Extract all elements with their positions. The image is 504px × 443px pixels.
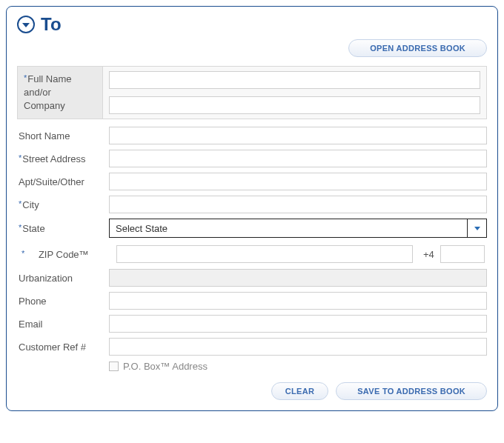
name-company-label: *Full Name and/or Company [18, 67, 103, 119]
required-indicator: * [24, 73, 27, 82]
zip-input[interactable] [116, 245, 413, 263]
email-row: Email [17, 315, 487, 333]
zip-label: ZIP Code™ [28, 249, 89, 260]
apt-label: Apt/Suite/Other [17, 176, 109, 187]
full-name-input[interactable] [109, 71, 480, 89]
po-box-row: P.O. Box™ Address [109, 361, 487, 372]
panel-header: To [17, 14, 487, 35]
zip-row: * ZIP Code™ +4 [17, 245, 487, 263]
state-selected-value: Select State [110, 219, 467, 237]
city-input[interactable] [109, 196, 487, 213]
zip-plus4-input[interactable] [440, 245, 485, 263]
footer-buttons: CLEAR SAVE TO ADDRESS BOOK [17, 382, 487, 400]
phone-input[interactable] [109, 292, 487, 310]
chevron-down-icon [22, 23, 30, 27]
state-select[interactable]: Select State [109, 219, 487, 238]
open-address-book-button[interactable]: OPEN ADDRESS BOOK [348, 39, 487, 57]
urbanization-input[interactable] [109, 269, 487, 287]
required-indicator: * [21, 249, 24, 258]
apt-input[interactable] [109, 173, 487, 190]
name-company-block: *Full Name and/or Company [17, 66, 487, 119]
company-label: Company [24, 99, 96, 113]
email-input[interactable] [109, 315, 487, 333]
city-row: *City [17, 196, 487, 213]
po-box-label: P.O. Box™ Address [123, 361, 208, 372]
email-label: Email [17, 319, 109, 330]
urbanization-row: Urbanization [17, 269, 487, 287]
cust-ref-label: Customer Ref # [17, 342, 109, 353]
street-row: *Street Address [17, 150, 487, 167]
urbanization-label: Urbanization [17, 273, 109, 284]
top-button-row: OPEN ADDRESS BOOK [17, 39, 487, 57]
zip-plus4-label: +4 [423, 249, 434, 260]
chevron-down-icon [474, 227, 480, 230]
to-panel: To OPEN ADDRESS BOOK *Full Name and/or C… [6, 6, 498, 411]
name-company-inputs [103, 67, 486, 119]
po-box-checkbox[interactable] [109, 362, 119, 371]
phone-label: Phone [17, 296, 109, 307]
state-dropdown-button[interactable] [467, 219, 486, 237]
apt-row: Apt/Suite/Other [17, 173, 487, 190]
required-indicator: * [19, 223, 21, 232]
short-name-row: Short Name [17, 127, 487, 144]
cust-ref-row: Customer Ref # [17, 338, 487, 356]
street-input[interactable] [109, 150, 487, 167]
full-name-label: Full Name [27, 73, 71, 84]
short-name-input[interactable] [109, 127, 487, 144]
state-row: *State Select State [17, 219, 487, 238]
phone-row: Phone [17, 292, 487, 310]
save-to-address-book-button[interactable]: SAVE TO ADDRESS BOOK [336, 382, 487, 400]
cust-ref-input[interactable] [109, 338, 487, 356]
clear-button[interactable]: CLEAR [271, 382, 328, 400]
required-indicator: * [19, 199, 21, 208]
company-input[interactable] [109, 96, 480, 114]
collapse-toggle[interactable] [17, 16, 35, 33]
andor-label: and/or [24, 86, 96, 99]
panel-title: To [41, 14, 62, 35]
required-indicator: * [19, 153, 21, 162]
city-label: City [22, 199, 39, 210]
street-label: Street Address [22, 153, 85, 164]
state-label: State [22, 223, 44, 234]
short-name-label: Short Name [17, 130, 109, 141]
